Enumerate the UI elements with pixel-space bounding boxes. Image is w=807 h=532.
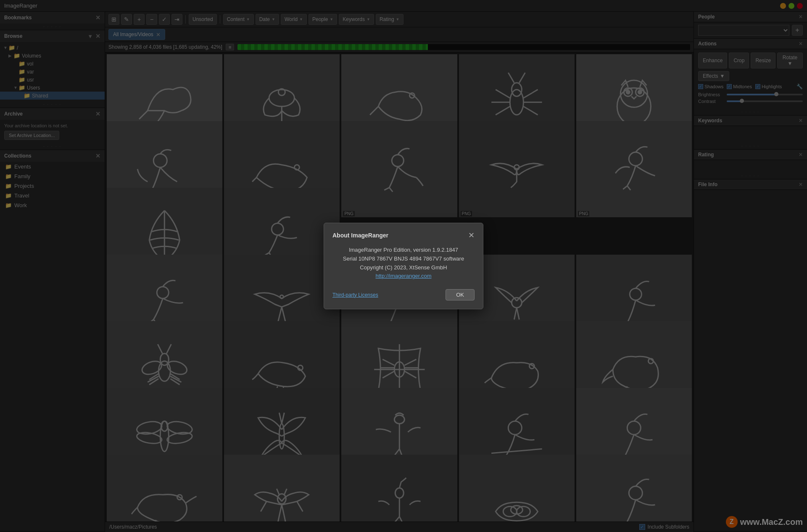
modal-line2: Serial 10NP8 7867V BNJS 4894 7867V7 soft… xyxy=(332,255,475,263)
modal-title: About ImageRanger xyxy=(332,232,388,239)
modal-body: ImageRanger Pro Edition, version 1.9.2.1… xyxy=(332,246,475,281)
modal-close-button[interactable]: ✕ xyxy=(468,232,475,239)
about-dialog: About ImageRanger ✕ ImageRanger Pro Edit… xyxy=(324,223,483,309)
modal-footer: Third-party Licenses OK xyxy=(332,289,475,300)
modal-line1: ImageRanger Pro Edition, version 1.9.2.1… xyxy=(332,246,475,255)
modal-ok-button[interactable]: OK xyxy=(446,289,475,300)
modal-title-bar: About ImageRanger ✕ xyxy=(332,232,475,239)
modal-line3: Copyright (C) 2023, XtSense GmbH xyxy=(332,263,475,272)
modal-overlay[interactable]: About ImageRanger ✕ ImageRanger Pro Edit… xyxy=(0,0,807,532)
modal-website-link[interactable]: http://imageranger.com xyxy=(376,273,432,279)
third-party-licenses-button[interactable]: Third-party Licenses xyxy=(332,292,378,298)
